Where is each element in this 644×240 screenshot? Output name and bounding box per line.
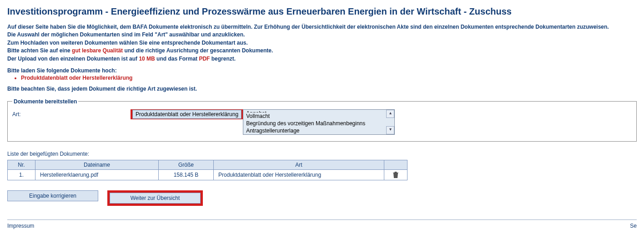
documents-list-caption: Liste der beigefügten Dokumente:	[7, 151, 637, 157]
next-button[interactable]: Weiter zur Übersicht	[110, 193, 201, 204]
intro-format: PDF	[199, 56, 210, 62]
art-selected-value[interactable]: Produktdatenblatt oder Herstellererkläru…	[132, 110, 241, 119]
art-listbox[interactable]: Angebot Vollmacht Begründung des vorzeit…	[243, 109, 395, 135]
highlight-next-button: Weiter zur Übersicht	[107, 190, 203, 206]
intro-line-4a: Bitte achten Sie auf eine	[7, 47, 72, 54]
documents-fieldset: Dokumente bereitstellen Art: Produktdate…	[7, 98, 637, 142]
intro-quality: gut lesbare Qualität	[72, 47, 123, 54]
note-text: Bitte beachten Sie, dass jedem Dokument …	[7, 86, 637, 92]
delete-button[interactable]	[384, 169, 408, 180]
footer-impressum-link[interactable]: Impressum	[7, 223, 34, 229]
cell-size: 158.145 B	[159, 169, 214, 180]
intro-line-5c: und das Format	[155, 56, 199, 62]
footer-divider	[7, 220, 637, 220]
cell-name: Herstellererklaerung.pdf	[35, 169, 159, 180]
back-button[interactable]: Eingabe korrigieren	[7, 190, 98, 201]
intro-line-2: Die Auswahl der möglichen Dokumentarten …	[7, 31, 245, 38]
footer-right: Se	[630, 223, 637, 229]
intro-text: Auf dieser Seite haben Sie die Möglichke…	[7, 23, 637, 63]
intro-line-5e: begrenzt.	[210, 56, 236, 62]
intro-line-1: Auf dieser Seite haben Sie die Möglichke…	[7, 24, 609, 30]
scroll-down-icon[interactable]: ▾	[386, 126, 394, 134]
col-type: Art	[214, 160, 384, 169]
cell-type: Produktdatenblatt oder Herstellererkläru…	[214, 169, 384, 180]
art-option[interactable]: Vollmacht	[243, 112, 394, 120]
required-item: Produktdatenblatt oder Herstellererkläru…	[21, 75, 637, 81]
table-row: 1. Herstellererklaerung.pdf 158.145 B Pr…	[8, 169, 408, 180]
art-label: Art:	[12, 109, 131, 117]
documents-table: Nr. Dateiname Größe Art 1. Herstellererk…	[7, 160, 408, 180]
required-list: Produktdatenblatt oder Herstellererkläru…	[21, 75, 637, 81]
art-option[interactable]: Begründung des vorzeitigen Maßnahmenbegi…	[243, 120, 394, 127]
intro-size: 10 MB	[139, 56, 155, 62]
intro-line-3: Zum Hochladen von weiteren Dokumenten wä…	[7, 40, 248, 46]
cell-nr: 1.	[8, 169, 35, 180]
intro-line-5a: Der Upload von den einzelnen Dokumenten …	[7, 56, 139, 62]
page-title: Investitionsprogramm - Energieeffizienz …	[7, 6, 637, 17]
art-option[interactable]: Antragstellerunterlage	[243, 127, 394, 134]
intro-line-4c: und die richtige Ausrichtung der gescann…	[123, 47, 273, 54]
trash-icon	[392, 171, 399, 179]
fieldset-legend: Dokumente bereitstellen	[12, 98, 78, 105]
col-name: Dateiname	[35, 160, 159, 169]
col-actions	[384, 160, 408, 169]
scroll-up-icon[interactable]: ▴	[386, 110, 394, 118]
required-lead: Bitte laden Sie folgende Dokumente hoch:	[7, 67, 637, 74]
col-size: Größe	[159, 160, 214, 169]
highlight-selected-art: Produktdatenblatt oder Herstellererkläru…	[131, 109, 243, 119]
col-nr: Nr.	[8, 160, 35, 169]
